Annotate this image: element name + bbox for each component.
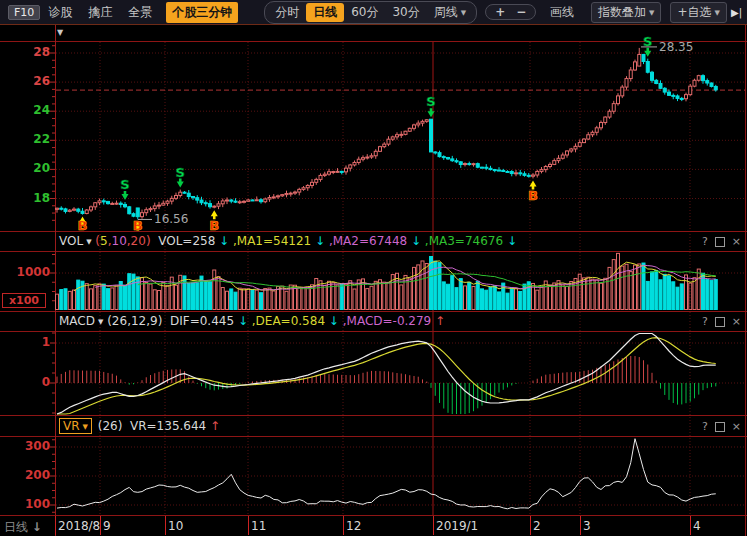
indicator-selector[interactable]: VR▼	[59, 418, 92, 434]
toolbar-button-诊股[interactable]: 诊股	[48, 5, 72, 19]
help-icon[interactable]: ?	[702, 420, 708, 433]
add-watchlist-dropdown[interactable]: +自选▼	[670, 2, 726, 23]
zoom-out-button[interactable]: −	[516, 5, 526, 19]
stock-chart-app: BBBBSSSS F10 诊股擒庄全景 个股三分钟 分时日线60分30分周线▼ …	[0, 0, 747, 536]
header-value: (	[92, 234, 101, 248]
axis-tick-label: 24	[0, 103, 50, 117]
volume-unit-label: x100	[2, 293, 46, 308]
f10-button[interactable]: F10	[8, 5, 40, 20]
chevron-down-icon: ▼	[649, 9, 654, 17]
header-value: ↓	[238, 314, 248, 328]
indicator-selector[interactable]: VOL▼	[59, 234, 92, 248]
sell-signal-arrow-icon	[177, 179, 184, 188]
maximize-icon[interactable]	[715, 317, 725, 327]
macd-pane-header[interactable]: MACD▼ (26,12,9) DIF=0.445 ↓ ,DEA=0.584 ↓…	[59, 311, 445, 331]
draw-line-button[interactable]: 画线	[550, 4, 574, 21]
buy-signal-label: B	[528, 188, 538, 203]
main-indicator-dropdown-icon[interactable]: ▼	[57, 28, 63, 37]
zoom-in-button[interactable]: +	[495, 5, 505, 19]
axis-tick-label: 300	[0, 439, 50, 453]
toolbar-button-擒庄[interactable]: 擒庄	[88, 5, 112, 19]
chart-canvas[interactable]: BBBBSSSS	[0, 0, 747, 536]
index-overlay-dropdown[interactable]: 指数叠加▼	[591, 2, 661, 23]
header-value: ,DEA=0.584	[248, 314, 329, 328]
axis-tick-label: 26	[0, 74, 50, 88]
help-icon[interactable]: ?	[702, 315, 708, 328]
sell-signal-label: S	[643, 34, 652, 49]
stock-3min-button[interactable]: 个股三分钟	[166, 2, 238, 23]
help-icon[interactable]: ?	[702, 235, 708, 248]
time-axis-month-label: 10	[168, 519, 183, 533]
header-value: ,MA1=54121	[229, 234, 315, 248]
toolbar: F10 诊股擒庄全景 个股三分钟 分时日线60分30分周线▼ + − 画线 指数…	[0, 0, 747, 25]
axis-tick-label: 28	[0, 45, 50, 59]
chevron-down-icon: ▼	[715, 9, 720, 17]
axis-tick-label: 0	[0, 375, 50, 389]
close-icon[interactable]: ×	[732, 315, 741, 328]
arrow-down-icon: ↓	[32, 520, 42, 534]
sell-signal-label: S	[176, 165, 185, 180]
vol-pane-header[interactable]: VOL▼ (5,10,20) VOL=258 ↓ ,MA1=54121 ↓ ,M…	[59, 231, 517, 251]
time-axis-month-label: 2	[533, 519, 541, 533]
axis-tick-label: 200	[0, 468, 50, 482]
period-tab-周线[interactable]: 周线▼	[427, 3, 473, 22]
time-axis-month-label: 12	[346, 519, 361, 533]
collapse-panel-icon[interactable]: ▶|	[731, 7, 742, 18]
zoom-controls: + −	[485, 4, 536, 20]
header-value: ,MACD=-0.279	[339, 314, 435, 328]
time-axis-month-label: 4	[693, 519, 701, 533]
header-value: ↑	[435, 314, 445, 328]
header-value: ↑	[210, 419, 220, 433]
header-value: ↓	[315, 234, 325, 248]
time-axis-month-label: 2019/1	[436, 519, 478, 533]
header-value: DIF=0.445	[170, 314, 238, 328]
high-price-annotation: 28.35	[659, 40, 693, 54]
time-axis-month-label: 11	[251, 519, 266, 533]
close-icon[interactable]: ×	[732, 235, 741, 248]
header-value: VOL=258	[151, 234, 220, 248]
header-value: ↓	[411, 234, 421, 248]
maximize-icon[interactable]	[715, 422, 725, 432]
header-value: 10	[112, 234, 127, 248]
vr-pane-header[interactable]: VR▼ (26) VR=135.644 ↑	[59, 416, 220, 436]
low-price-annotation: 16.56	[154, 212, 188, 226]
chevron-down-icon: ▼	[83, 423, 88, 431]
indicator-selector[interactable]: MACD▼	[59, 314, 103, 328]
time-axis-month-label: 3	[583, 519, 591, 533]
header-value: ,MA3=74676	[421, 234, 507, 248]
axis-tick-label: 1	[0, 335, 50, 349]
period-tab-日线[interactable]: 日线	[306, 3, 344, 22]
axis-tick-label: 18	[0, 191, 50, 205]
time-axis-period-label[interactable]: 日线 ↓	[4, 519, 42, 536]
header-value: ↓	[329, 314, 339, 328]
chevron-down-icon: ▼	[461, 9, 466, 17]
period-tab-30分[interactable]: 30分	[385, 3, 426, 22]
sell-signal-label: S	[120, 177, 129, 192]
header-value: 5	[100, 234, 108, 248]
period-tab-60分[interactable]: 60分	[344, 3, 385, 22]
header-value: ↓	[507, 234, 517, 248]
axis-tick-label: 100	[0, 497, 50, 511]
header-value: VR=135.644	[130, 419, 210, 433]
period-tab-group: 分时日线60分30分周线▼	[264, 1, 477, 24]
axis-tick-label: 22	[0, 132, 50, 146]
axis-tick-label: 1000	[0, 265, 50, 279]
header-value: (26)	[94, 419, 130, 433]
header-value: (26,12,9)	[103, 314, 170, 328]
close-icon[interactable]: ×	[732, 420, 741, 433]
axis-tick-label: 20	[0, 161, 50, 175]
time-axis-month-label: 9	[103, 519, 111, 533]
time-axis-month-label: 2018/8	[58, 519, 100, 533]
sell-signal-label: S	[426, 94, 435, 109]
maximize-icon[interactable]	[715, 237, 725, 247]
header-value: 20	[131, 234, 146, 248]
period-tab-分时[interactable]: 分时	[268, 3, 306, 22]
header-value: ↓	[219, 234, 229, 248]
toolbar-button-全景[interactable]: 全景	[128, 5, 152, 19]
header-value: ,MA2=67448	[325, 234, 411, 248]
